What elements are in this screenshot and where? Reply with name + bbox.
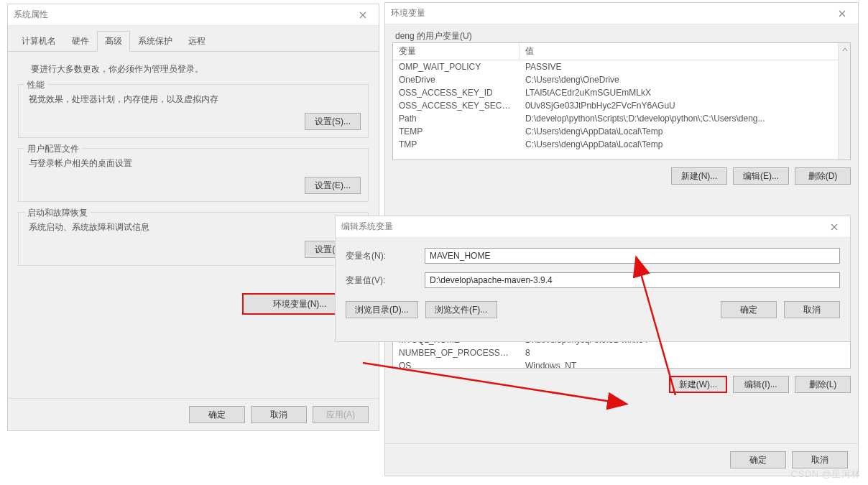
tab-remote[interactable]: 远程 [180,31,213,52]
table-row[interactable]: OSS_ACCESS_KEY_SECRET0Uv8SjGe03JtPnbHyc2… [393,99,850,112]
scrollbar[interactable] [838,43,850,160]
col-variable[interactable]: 变量 [393,43,520,60]
admin-notice: 要进行大多数更改，你必须作为管理员登录。 [18,59,369,84]
close-icon[interactable] [824,219,844,235]
performance-desc: 视觉效果，处理器计划，内存使用，以及虚拟内存 [26,91,361,113]
watermark: CSDN @星河林 [791,468,861,481]
system-vars-buttons: 新建(W)... 编辑(I)... 删除(L) [392,376,851,393]
user-profile-desc: 与登录帐户相关的桌面设置 [26,154,361,177]
sysprops-tabs: 计算机名 硬件 高级 系统保护 远程 [8,26,379,52]
user-vars-legend: deng 的用户变量(U) [395,30,851,42]
table-row[interactable]: NUMBER_OF_PROCESSORS8 [393,346,850,359]
envvars-title: 环境变量 [391,7,425,19]
startup-legend: 启动和故障恢复 [24,207,91,219]
var-name-label: 变量名(N): [346,250,425,262]
var-value-label: 变量值(V): [346,274,425,287]
close-icon[interactable] [353,7,373,23]
close-icon[interactable] [832,6,852,22]
tab-system-protection[interactable]: 系统保护 [130,31,180,52]
var-value-cell: 0Uv8SjGe03JtPnbHyc2FVcFnY6AGuU [520,99,850,112]
browse-file-button[interactable]: 浏览文件(F)... [425,301,497,318]
table-row[interactable]: TEMPC:\Users\deng\AppData\Local\Temp [393,125,850,138]
performance-settings-button[interactable]: 设置(S)... [305,113,361,130]
edit-system-variable-dialog: 编辑系统变量 变量名(N): 变量值(V): 浏览目录(D)... 浏览文件(F… [335,216,851,342]
user-vars-header: 变量 值 [393,43,850,60]
user-vars-list[interactable]: 变量 值 OMP_WAIT_POLICYPASSIVEOneDriveC:\Us… [392,42,851,160]
var-value-cell: C:\Users\deng\AppData\Local\Temp [520,125,850,138]
user-profile-legend: 用户配置文件 [24,143,82,155]
table-row[interactable]: OSS_ACCESS_KEY_IDLTAI5tACEdr2uKmSGUEmMLk… [393,86,850,99]
var-value-cell: LTAI5tACEdr2uKmSGUEmMLkX [520,86,850,99]
user-profile-settings-button[interactable]: 设置(E)... [305,177,361,194]
var-name-cell: TMP [393,138,520,151]
sysprops-cancel-button[interactable]: 取消 [251,406,307,423]
editvar-cancel-button[interactable]: 取消 [784,301,840,318]
envvars-cancel-button[interactable]: 取消 [792,451,848,468]
sysprops-bottom-buttons: 确定 取消 应用(A) [8,398,379,430]
tab-advanced[interactable]: 高级 [97,31,130,52]
var-name-cell: OSS_ACCESS_KEY_SECRET [393,99,520,112]
var-name-cell: Path [393,112,520,125]
sysprops-title: 系统属性 [14,9,48,21]
var-value-cell: Windows_NT [520,359,850,369]
system-properties-dialog: 系统属性 计算机名 硬件 高级 系统保护 远程 要进行大多数更改，你必须作为管理… [7,4,379,431]
user-delete-button[interactable]: 删除(D) [795,167,851,185]
table-row[interactable]: OMP_WAIT_POLICYPASSIVE [393,60,850,73]
col-value[interactable]: 值 [520,43,850,60]
var-name-cell: OS [393,359,520,369]
var-value-input[interactable] [425,272,840,288]
editvar-buttons: 浏览目录(D)... 浏览文件(F)... 确定 取消 [336,292,850,327]
var-name-cell: OMP_WAIT_POLICY [393,60,520,73]
var-value-row: 变量值(V): [336,268,850,292]
startup-desc: 系统启动、系统故障和调试信息 [26,218,361,241]
editvar-title: 编辑系统变量 [341,221,393,233]
var-name-cell: TEMP [393,125,520,138]
table-row[interactable]: TMPC:\Users\deng\AppData\Local\Temp [393,138,850,151]
browse-directory-button[interactable]: 浏览目录(D)... [346,301,418,318]
user-vars-buttons: 新建(N)... 编辑(E)... 删除(D) [392,167,851,185]
envvars-bottom-buttons: 确定 取消 [385,443,858,476]
user-edit-button[interactable]: 编辑(E)... [733,167,789,185]
var-value-cell: C:\Users\deng\OneDrive [520,73,850,86]
var-name-cell: NUMBER_OF_PROCESSORS [393,346,520,359]
system-delete-button[interactable]: 删除(L) [795,376,851,393]
sysprops-apply-button[interactable]: 应用(A) [313,406,369,423]
user-profile-group: 用户配置文件 与登录帐户相关的桌面设置 设置(E)... [18,148,369,202]
table-row[interactable]: PathD:\develop\python\Scripts\;D:\develo… [393,112,850,125]
chevron-up-icon[interactable] [839,43,851,55]
var-name-input[interactable] [425,248,840,264]
var-value-cell: 8 [520,346,850,359]
performance-group: 性能 视觉效果，处理器计划，内存使用，以及虚拟内存 设置(S)... [18,84,369,138]
sysprops-ok-button[interactable]: 确定 [189,406,245,423]
envvars-ok-button[interactable]: 确定 [730,451,786,468]
sysprops-title-bar: 系统属性 [8,4,379,26]
editvar-title-bar: 编辑系统变量 [336,216,850,238]
table-row[interactable]: OSWindows_NT [393,359,850,369]
performance-legend: 性能 [24,79,47,91]
var-value-cell: PASSIVE [520,60,850,73]
tab-computer-name[interactable]: 计算机名 [14,31,64,52]
var-value-cell: D:\develop\python\Scripts\;D:\develop\py… [520,112,850,125]
system-new-button[interactable]: 新建(W)... [669,376,727,393]
editvar-ok-button[interactable]: 确定 [721,301,777,318]
tab-hardware[interactable]: 硬件 [64,31,97,52]
var-name-row: 变量名(N): [336,244,850,268]
var-name-cell: OSS_ACCESS_KEY_ID [393,86,520,99]
sysprops-content: 要进行大多数更改，你必须作为管理员登录。 性能 视觉效果，处理器计划，内存使用，… [8,52,379,398]
table-row[interactable]: OneDriveC:\Users\deng\OneDrive [393,73,850,86]
var-name-cell: OneDrive [393,73,520,86]
startup-recovery-group: 启动和故障恢复 系统启动、系统故障和调试信息 设置(T)... [18,212,369,266]
system-edit-button[interactable]: 编辑(I)... [733,376,789,393]
user-new-button[interactable]: 新建(N)... [671,167,727,185]
envvars-title-bar: 环境变量 [385,3,858,24]
var-value-cell: C:\Users\deng\AppData\Local\Temp [520,138,850,151]
